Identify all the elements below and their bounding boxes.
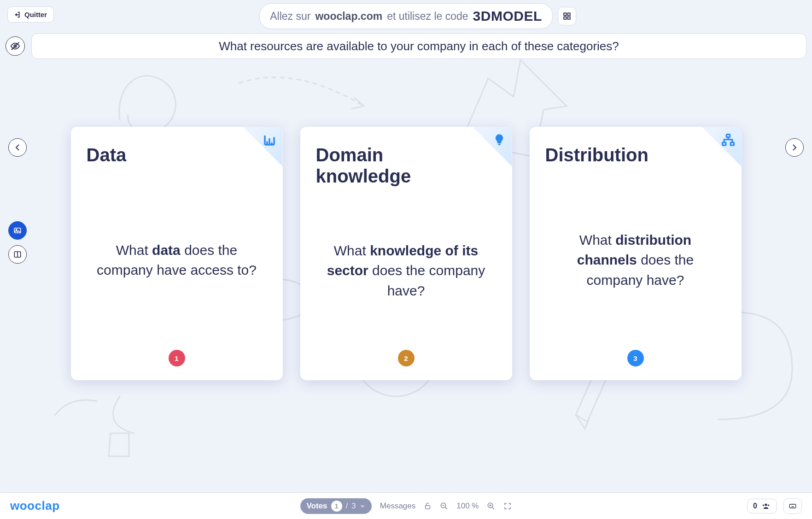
join-code: 3DMODEL [473,8,542,24]
zoom-in-button[interactable] [487,502,495,510]
bar-chart-icon [263,133,276,147]
svg-rect-3 [564,13,566,15]
svg-rect-17 [426,506,430,509]
fullscreen-button[interactable] [503,502,512,510]
unlock-icon [424,502,432,510]
votes-label: Votes [307,501,327,511]
card-body: What distribution channels does the comp… [545,170,726,350]
quit-button[interactable]: Quitter [7,6,54,23]
svg-rect-16 [730,142,734,145]
qr-code-button[interactable] [558,7,576,25]
card-domain-knowledge[interactable]: Domain knowledge What knowledge of its s… [300,127,512,380]
participants-count: 0 [753,502,757,510]
lock-button[interactable] [424,502,432,510]
zoom-out-button[interactable] [440,502,448,510]
question-text: What resources are available to your com… [31,33,806,59]
svg-rect-13 [498,144,501,145]
votes-total: 3 [351,501,356,511]
network-icon [721,133,735,147]
keyboard-icon [788,502,798,510]
svg-rect-4 [567,13,570,15]
votes-separator: / [346,501,348,511]
svg-line-19 [445,507,448,509]
votes-pill[interactable]: Votes 1 / 3 [300,498,372,514]
toggle-visibility-button[interactable] [6,36,25,56]
card-distribution[interactable]: Distribution What distribution channels … [530,127,742,380]
votes-count: 1 [331,501,342,512]
prev-button[interactable] [8,138,27,157]
svg-point-25 [765,503,767,506]
exit-icon [13,11,21,18]
footer-bar: wooclap Votes 1 / 3 Messages 100 % 0 [0,492,812,519]
view-layout-button[interactable] [8,245,27,264]
qr-code-icon [563,12,571,20]
card-corner [473,127,512,166]
card-corner [243,127,283,166]
lightbulb-icon [493,133,506,146]
card-title: Distribution [545,144,697,165]
keyboard-button[interactable] [783,498,802,514]
next-button[interactable] [785,138,804,157]
join-mid: et utilisez le code [387,10,468,23]
join-prefix: Allez sur [270,10,310,23]
zoom-level: 100 % [456,501,479,511]
arrow-right-icon [790,143,799,152]
card-badge: 2 [398,350,415,366]
chevron-down-icon [360,503,365,509]
svg-point-27 [768,504,769,506]
layout-icon [13,250,22,259]
card-corner [702,127,742,166]
image-icon [13,226,22,235]
join-instructions: Allez sur wooclap.com et utilisez le cod… [259,3,553,29]
brand-logo: wooclap [10,499,60,513]
svg-rect-5 [564,17,566,19]
quit-label: Quitter [24,11,47,18]
svg-rect-14 [726,135,730,137]
svg-rect-15 [722,142,726,145]
view-image-button[interactable] [8,221,27,240]
arrow-left-icon [13,143,22,152]
card-title: Domain knowledge [316,144,468,187]
join-domain: wooclap.com [315,10,382,23]
svg-point-26 [763,504,764,506]
card-body: What data does the company have access t… [87,170,267,350]
card-badge: 3 [627,350,644,366]
card-data[interactable]: Data What data does the company have acc… [71,127,283,380]
zoom-in-icon [487,502,495,510]
card-title: Data [87,144,239,165]
participants-button[interactable]: 0 [747,499,777,513]
eye-off-icon [10,41,20,51]
zoom-out-icon [440,502,448,510]
svg-rect-28 [789,504,795,508]
fullscreen-icon [503,502,512,510]
card-badge: 1 [169,350,185,366]
messages-button[interactable]: Messages [380,501,415,511]
svg-line-22 [492,507,495,509]
card-body: What knowledge of its sector does the co… [316,191,497,350]
participants-icon [761,502,771,510]
svg-rect-6 [567,17,570,19]
